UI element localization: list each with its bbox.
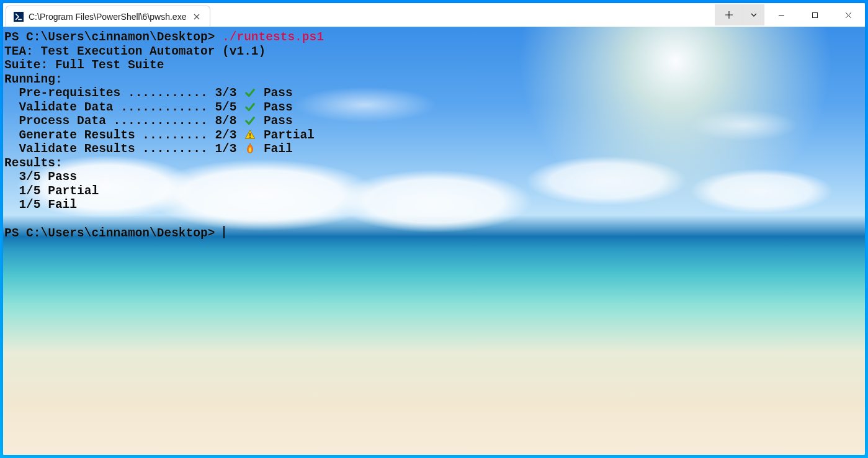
svg-rect-0 — [812, 12, 817, 17]
test-score: 2/3 — [215, 128, 236, 142]
test-name: Process Data — [19, 114, 105, 128]
fire-icon — [244, 142, 256, 156]
checkmark-icon — [244, 101, 256, 115]
running-label: Running: — [4, 73, 63, 86]
test-score: 5/5 — [215, 101, 236, 114]
prompt: PS C:\Users\cinnamon\Desktop> — [4, 227, 215, 240]
test-status: Pass — [264, 101, 293, 114]
prompt: PS C:\Users\cinnamon\Desktop> — [4, 30, 215, 44]
titlebar: C:\Program Files\PowerShell\6\pwsh.exe — [3, 3, 865, 27]
new-tab-dropdown-button[interactable] — [743, 4, 764, 25]
result-line: 1/5 Fail — [19, 198, 77, 212]
powershell-icon — [14, 12, 24, 22]
terminal-window: C:\Program Files\PowerShell\6\pwsh.exe — [3, 3, 865, 455]
minimize-button[interactable] — [764, 5, 798, 25]
test-status: Fail — [264, 142, 293, 156]
test-score: 1/3 — [215, 142, 236, 156]
command-text: ./runtests.ps1 — [222, 30, 324, 44]
tabstrip: C:\Program Files\PowerShell\6\pwsh.exe — [3, 3, 210, 27]
test-name: Validate Results — [19, 142, 135, 156]
tab-close-button[interactable] — [191, 11, 202, 22]
test-name: Pre-requisites — [19, 86, 120, 100]
suite-line: Suite: Full Test Suite — [4, 58, 164, 72]
checkmark-icon — [244, 114, 256, 128]
test-score: 8/8 — [215, 114, 236, 128]
results-label: Results: — [4, 156, 63, 170]
warning-icon — [244, 128, 256, 143]
tab-pwsh[interactable]: C:\Program Files\PowerShell\6\pwsh.exe — [6, 6, 210, 27]
tab-title: C:\Program Files\PowerShell\6\pwsh.exe — [29, 12, 186, 22]
new-tab-button[interactable] — [715, 4, 743, 25]
result-line: 3/5 Pass — [19, 170, 77, 184]
test-score: 3/3 — [215, 86, 236, 100]
test-status: Pass — [264, 114, 293, 128]
cursor — [223, 226, 225, 238]
test-status: Partial — [264, 128, 315, 142]
svg-rect-1 — [249, 133, 251, 136]
svg-rect-2 — [249, 137, 251, 138]
close-button[interactable] — [831, 5, 865, 25]
terminal-content[interactable]: PS C:\Users\cinnamon\Desktop> ./runtests… — [3, 27, 865, 455]
test-name: Generate Results — [19, 128, 135, 142]
result-line: 1/5 Partial — [19, 184, 99, 198]
maximize-button[interactable] — [798, 5, 831, 25]
app-header-line: TEA: Test Execution Automator (v1.1) — [4, 45, 266, 58]
checkmark-icon — [244, 86, 256, 101]
test-name: Validate Data — [19, 101, 113, 114]
test-status: Pass — [264, 86, 293, 100]
